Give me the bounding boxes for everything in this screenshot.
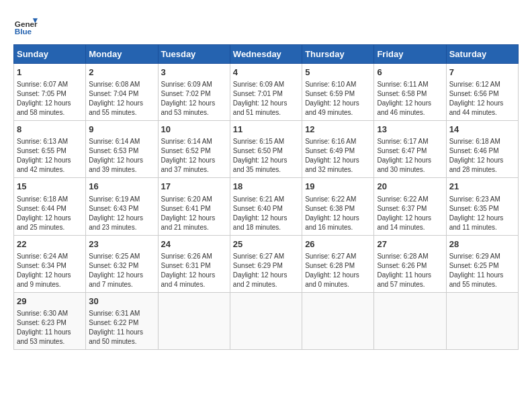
day-number: 30	[89, 295, 154, 308]
day-info: and 55 minutes.	[89, 108, 154, 118]
calendar-cell: 11Sunrise: 6:15 AMSunset: 6:50 PMDayligh…	[230, 121, 302, 178]
day-info: Daylight: 12 hours	[17, 99, 83, 108]
day-info: Sunrise: 6:22 AM	[377, 195, 443, 204]
day-info: Daylight: 12 hours	[89, 271, 154, 280]
calendar-cell: 9Sunrise: 6:14 AMSunset: 6:53 PMDaylight…	[86, 121, 158, 178]
day-number: 23	[89, 238, 154, 250]
day-info: and 58 minutes.	[17, 108, 83, 118]
day-number: 24	[161, 238, 227, 250]
header-day-wednesday: Wednesday	[230, 45, 302, 64]
calendar-cell	[374, 292, 446, 349]
day-number: 13	[377, 124, 443, 136]
day-info: Sunset: 7:01 PM	[233, 89, 299, 99]
calendar-cell: 24Sunrise: 6:26 AMSunset: 6:31 PMDayligh…	[158, 235, 230, 292]
day-number: 18	[233, 181, 299, 193]
day-info: Sunset: 6:58 PM	[377, 89, 443, 99]
week-row-2: 8Sunrise: 6:13 AMSunset: 6:55 PMDaylight…	[14, 121, 519, 178]
day-info: Daylight: 12 hours	[161, 271, 227, 280]
day-info: Daylight: 11 hours	[377, 271, 443, 280]
day-info: Sunset: 6:40 PM	[233, 204, 299, 214]
day-info: Sunrise: 6:18 AM	[17, 195, 83, 204]
day-info: Sunrise: 6:09 AM	[161, 80, 227, 89]
day-info: and 35 minutes.	[233, 165, 299, 175]
day-info: Sunset: 6:49 PM	[305, 146, 371, 156]
day-info: Sunrise: 6:16 AM	[305, 137, 371, 146]
logo-icon: General Blue	[13, 13, 38, 38]
day-info: Sunrise: 6:14 AM	[161, 137, 227, 146]
day-info: Sunrise: 6:09 AM	[233, 80, 299, 89]
calendar-cell: 4Sunrise: 6:09 AMSunset: 7:01 PMDaylight…	[230, 64, 302, 121]
day-number: 14	[449, 124, 515, 136]
day-info: Sunset: 7:05 PM	[17, 89, 83, 99]
day-number: 19	[305, 181, 371, 193]
day-info: Daylight: 12 hours	[233, 214, 299, 223]
day-number: 6	[377, 66, 443, 79]
header-day-friday: Friday	[374, 45, 446, 64]
day-info: Sunrise: 6:25 AM	[89, 252, 154, 261]
day-info: Sunrise: 6:24 AM	[17, 252, 83, 261]
day-info: Sunset: 6:56 PM	[449, 89, 515, 99]
calendar-cell: 14Sunrise: 6:18 AMSunset: 6:46 PMDayligh…	[446, 121, 518, 178]
day-info: and 30 minutes.	[377, 165, 443, 175]
day-info: and 9 minutes.	[17, 280, 83, 289]
day-info: and 7 minutes.	[89, 280, 154, 289]
calendar-cell: 16Sunrise: 6:19 AMSunset: 6:43 PMDayligh…	[86, 178, 158, 235]
day-info: and 18 minutes.	[233, 223, 299, 232]
header-day-saturday: Saturday	[446, 45, 518, 64]
svg-text:Blue: Blue	[15, 27, 32, 36]
calendar-cell	[302, 292, 374, 349]
day-info: and 25 minutes.	[17, 223, 83, 232]
day-info: and 57 minutes.	[377, 280, 443, 289]
day-number: 26	[305, 238, 371, 250]
day-info: Sunrise: 6:11 AM	[377, 80, 443, 89]
day-info: and 39 minutes.	[89, 165, 154, 175]
day-info: Daylight: 12 hours	[449, 214, 515, 223]
day-info: Daylight: 12 hours	[305, 214, 371, 223]
header-day-monday: Monday	[86, 45, 158, 64]
day-info: Daylight: 12 hours	[161, 214, 227, 223]
calendar-cell: 1Sunrise: 6:07 AMSunset: 7:05 PMDaylight…	[14, 64, 86, 121]
day-info: Sunset: 6:29 PM	[233, 261, 299, 271]
calendar-cell: 23Sunrise: 6:25 AMSunset: 6:32 PMDayligh…	[86, 235, 158, 292]
day-info: Sunrise: 6:22 AM	[305, 195, 371, 204]
day-info: Daylight: 11 hours	[449, 271, 515, 280]
calendar-cell: 10Sunrise: 6:14 AMSunset: 6:52 PMDayligh…	[158, 121, 230, 178]
day-info: Sunset: 6:59 PM	[305, 89, 371, 99]
calendar-cell: 30Sunrise: 6:31 AMSunset: 6:22 PMDayligh…	[86, 292, 158, 349]
day-info: Daylight: 12 hours	[233, 99, 299, 108]
day-info: Sunrise: 6:28 AM	[377, 252, 443, 261]
day-info: and 2 minutes.	[233, 280, 299, 289]
day-number: 4	[233, 66, 299, 79]
day-info: Sunrise: 6:10 AM	[305, 80, 371, 89]
day-info: Sunrise: 6:14 AM	[89, 137, 154, 146]
day-info: Sunset: 6:41 PM	[161, 204, 227, 214]
header-row: SundayMondayTuesdayWednesdayThursdayFrid…	[14, 45, 519, 64]
calendar-cell: 17Sunrise: 6:20 AMSunset: 6:41 PMDayligh…	[158, 178, 230, 235]
day-info: Sunrise: 6:30 AM	[17, 309, 83, 318]
day-info: Daylight: 11 hours	[17, 328, 83, 337]
day-number: 21	[449, 181, 515, 193]
day-info: Sunrise: 6:18 AM	[449, 137, 515, 146]
day-number: 22	[17, 238, 83, 250]
week-row-5: 29Sunrise: 6:30 AMSunset: 6:23 PMDayligh…	[14, 292, 519, 349]
day-info: and 32 minutes.	[305, 165, 371, 175]
day-info: Daylight: 12 hours	[449, 99, 515, 108]
day-info: Sunset: 6:25 PM	[449, 261, 515, 271]
calendar-cell: 19Sunrise: 6:22 AMSunset: 6:38 PMDayligh…	[302, 178, 374, 235]
calendar-cell: 21Sunrise: 6:23 AMSunset: 6:35 PMDayligh…	[446, 178, 518, 235]
day-info: Sunset: 6:37 PM	[377, 204, 443, 214]
day-info: Sunrise: 6:27 AM	[305, 252, 371, 261]
day-info: Sunrise: 6:21 AM	[233, 195, 299, 204]
day-info: Sunrise: 6:26 AM	[161, 252, 227, 261]
calendar-cell: 2Sunrise: 6:08 AMSunset: 7:04 PMDaylight…	[86, 64, 158, 121]
calendar-cell: 3Sunrise: 6:09 AMSunset: 7:02 PMDaylight…	[158, 64, 230, 121]
day-info: and 53 minutes.	[17, 337, 83, 347]
calendar-cell: 27Sunrise: 6:28 AMSunset: 6:26 PMDayligh…	[374, 235, 446, 292]
day-info: and 46 minutes.	[377, 108, 443, 118]
day-info: Daylight: 12 hours	[17, 271, 83, 280]
day-number: 3	[161, 66, 227, 79]
day-info: and 4 minutes.	[161, 280, 227, 289]
day-info: Sunset: 6:34 PM	[17, 261, 83, 271]
logo: General Blue	[13, 13, 38, 38]
day-info: and 53 minutes.	[161, 108, 227, 118]
